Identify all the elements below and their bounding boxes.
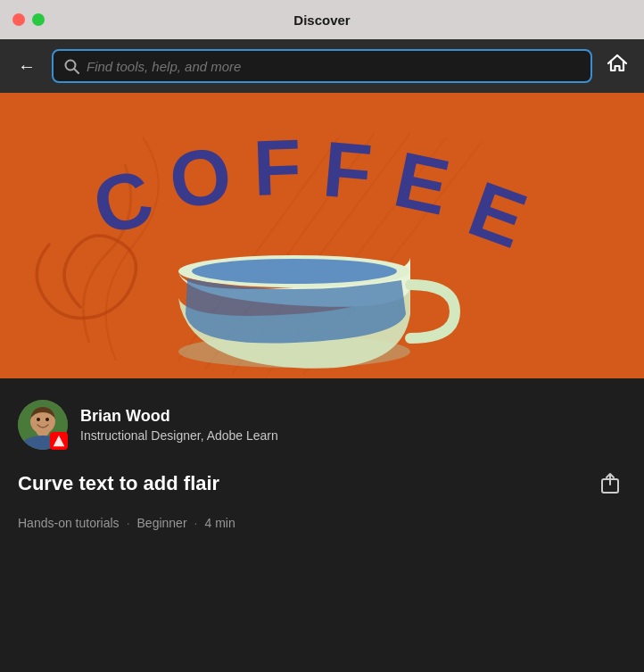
search-icon — [64, 59, 79, 74]
home-icon — [606, 52, 629, 80]
meta-row: Hands-on tutorials · Beginner · 4 min — [18, 516, 626, 530]
author-avatar-wrap — [18, 400, 68, 450]
svg-text:O: O — [164, 129, 237, 226]
home-button[interactable] — [601, 50, 633, 82]
hero-image: C O F F E E — [0, 93, 644, 378]
search-bar — [52, 49, 592, 83]
share-icon — [599, 472, 622, 495]
author-row: Brian Wood Instructional Designer, Adobe… — [18, 400, 626, 450]
share-button[interactable] — [594, 468, 626, 500]
svg-marker-21 — [54, 436, 65, 447]
author-name: Brian Wood — [80, 407, 278, 426]
search-input[interactable] — [87, 59, 580, 74]
content-area: Brian Wood Instructional Designer, Adobe… — [0, 378, 644, 548]
svg-point-19 — [37, 418, 40, 421]
maximize-button[interactable] — [32, 13, 45, 26]
svg-point-10 — [192, 259, 397, 284]
svg-text:F: F — [252, 122, 302, 212]
author-info: Brian Wood Instructional Designer, Adobe… — [80, 407, 278, 443]
level-label: Beginner — [137, 516, 187, 530]
tutorial-title: Curve text to add flair — [18, 472, 219, 495]
duration-label: 4 min — [204, 516, 235, 530]
author-title: Instructional Designer, Adobe Learn — [80, 428, 278, 443]
separator-2: · — [194, 516, 198, 530]
category-label: Hands-on tutorials — [18, 516, 120, 530]
toolbar: ← — [0, 39, 644, 93]
svg-line-1 — [74, 69, 78, 73]
title-bar: Discover — [0, 0, 644, 39]
window-title: Discover — [293, 12, 350, 28]
tutorial-title-row: Curve text to add flair — [18, 468, 626, 500]
svg-text:F: F — [319, 124, 375, 216]
close-button[interactable] — [12, 13, 25, 26]
back-arrow-icon: ← — [18, 56, 36, 77]
traffic-lights — [12, 13, 45, 26]
back-button[interactable]: ← — [11, 50, 43, 82]
separator-1: · — [127, 516, 130, 530]
svg-point-20 — [45, 418, 49, 421]
adobe-badge — [50, 432, 68, 450]
